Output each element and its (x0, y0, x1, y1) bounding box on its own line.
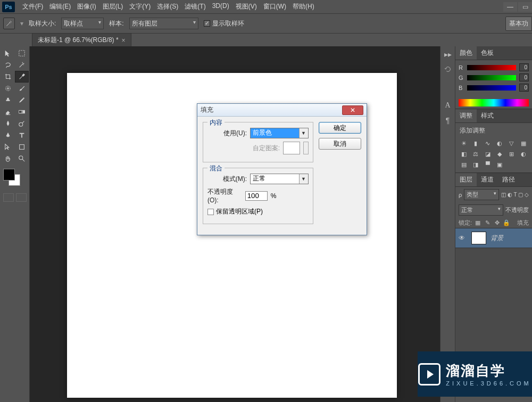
stamp-tool[interactable] (1, 94, 15, 106)
menu-item[interactable]: 文字(Y) (126, 0, 154, 13)
layer-filter-select[interactable]: 类型 (464, 189, 499, 200)
screenmode-icon[interactable] (16, 193, 27, 202)
cancel-button[interactable]: 取消 (319, 138, 361, 150)
channel-slider[interactable] (467, 65, 516, 70)
styles-tab[interactable]: 样式 (477, 109, 498, 122)
swatches-tab[interactable]: 色板 (477, 46, 498, 60)
blend-mode-select[interactable]: 正常 (459, 204, 503, 216)
opacity-input[interactable] (245, 191, 268, 201)
character-panel-icon[interactable]: A (443, 101, 453, 110)
adj-hue-icon[interactable]: ▦ (518, 138, 529, 148)
adj-exposure-icon[interactable]: ◐ (494, 138, 505, 148)
eraser-tool[interactable] (1, 106, 15, 118)
adj-gradient-icon[interactable]: ▀ (483, 160, 493, 169)
layer-thumbnail[interactable] (471, 232, 486, 244)
zoom-tool[interactable] (15, 153, 29, 165)
wand-tool[interactable] (15, 59, 29, 71)
menu-item[interactable]: 编辑(E) (46, 0, 74, 13)
menu-item[interactable]: 窗口(W) (260, 0, 289, 13)
gradient-tool[interactable] (15, 106, 29, 118)
paths-tab[interactable]: 路径 (498, 173, 519, 186)
layer-item[interactable]: 👁 背景 (455, 228, 532, 248)
adj-vibrance-icon[interactable]: ▽ (506, 138, 517, 148)
adj-mixer-icon[interactable]: ◆ (494, 149, 505, 159)
lock-brush-icon[interactable]: ✎ (484, 219, 491, 227)
options-bar: ▾ 取样大小: 取样点 样本: 所有图层 ✓ 显示取样环 基本功 (0, 13, 532, 34)
mode-select[interactable]: 正常▼ (250, 174, 309, 184)
menu-item[interactable]: 图层(L) (99, 0, 127, 13)
preserve-transparency-checkbox[interactable]: 保留透明区域(P) (207, 207, 263, 216)
document-tab[interactable]: 未标题-1 @ 66.7%(RGB/8) * × (32, 33, 131, 47)
layers-tab[interactable]: 图层 (455, 173, 477, 186)
menu-item[interactable]: 帮助(H) (289, 0, 318, 13)
channel-value[interactable]: 0 (519, 73, 529, 81)
lock-move-icon[interactable]: ✥ (493, 219, 501, 227)
channels-tab[interactable]: 通道 (477, 173, 498, 186)
adj-levels-icon[interactable]: ▮ (470, 138, 481, 148)
type-tool[interactable] (15, 129, 29, 141)
sample-size-select[interactable]: 取样点 (61, 18, 104, 29)
history-brush-tool[interactable] (15, 94, 29, 106)
hue-bar[interactable] (459, 99, 529, 106)
adj-bw-icon[interactable]: ◧ (459, 149, 469, 159)
history-panel-icon[interactable] (443, 64, 453, 74)
minimize-button[interactable]: — (503, 2, 517, 12)
eyedropper-tool[interactable] (15, 71, 29, 83)
expand-icon[interactable]: ▸▸ (443, 50, 453, 59)
adj-lookup-icon[interactable]: ⊞ (506, 149, 517, 159)
menu-item[interactable]: 图像(I) (74, 0, 99, 13)
sample-select[interactable]: 所有图层 (129, 18, 198, 29)
visibility-icon[interactable]: 👁 (459, 234, 467, 242)
show-ring-checkbox[interactable]: ✓ 显示取样环 (204, 19, 244, 28)
quickmask-icon[interactable] (3, 193, 14, 202)
crop-tool[interactable] (1, 71, 15, 83)
channel-slider[interactable] (467, 75, 516, 80)
dialog-close-button[interactable]: ✕ (342, 105, 363, 115)
opacity-label: 不透明度 (505, 206, 529, 214)
menu-item[interactable]: 3D(D) (209, 0, 232, 13)
rgb-row: B0 (459, 84, 529, 92)
close-tab-icon[interactable]: × (122, 37, 126, 44)
use-label: 使用(U): (223, 129, 247, 138)
adj-threshold-icon[interactable]: ◨ (470, 160, 481, 169)
move-tool[interactable] (1, 47, 15, 59)
path-tool[interactable] (1, 141, 15, 153)
hand-tool[interactable] (1, 153, 15, 165)
adj-curves-icon[interactable]: ∿ (483, 138, 493, 148)
adj-invert-icon[interactable]: ◐ (518, 149, 529, 159)
adj-balance-icon[interactable]: ⚖ (470, 149, 481, 159)
maximize-button[interactable]: ▭ (518, 2, 532, 12)
channel-value[interactable]: 0 (519, 63, 529, 71)
workspace-switcher[interactable]: 基本功 (505, 17, 532, 31)
shape-tool[interactable] (15, 141, 29, 153)
app-logo: Ps (2, 2, 15, 12)
blur-tool[interactable] (1, 118, 15, 129)
menu-item[interactable]: 滤镜(T) (181, 0, 209, 13)
adjustments-tab[interactable]: 调整 (455, 109, 477, 122)
color-swatches[interactable] (1, 169, 28, 188)
adj-brightness-icon[interactable]: ☀ (459, 138, 469, 148)
color-tab[interactable]: 颜色 (455, 46, 477, 60)
menu-item[interactable]: 视图(V) (232, 0, 260, 13)
heal-tool[interactable] (1, 83, 15, 94)
lock-all-icon[interactable]: 🔒 (503, 219, 510, 227)
menu-item[interactable]: 文件(F) (19, 0, 46, 13)
menu-item[interactable]: 选择(S) (154, 0, 181, 13)
lasso-tool[interactable] (1, 59, 15, 71)
paragraph-panel-icon[interactable]: ¶ (443, 116, 453, 125)
lock-pixels-icon[interactable]: ▦ (474, 219, 481, 227)
ok-button[interactable]: 确定 (319, 122, 361, 134)
adj-photo-icon[interactable]: ◪ (483, 149, 493, 159)
channel-slider[interactable] (467, 85, 516, 91)
marquee-tool[interactable] (15, 47, 29, 59)
dodge-tool[interactable] (15, 118, 29, 129)
channel-value[interactable]: 0 (519, 84, 529, 92)
pen-tool[interactable] (1, 129, 15, 141)
tool-preset-icon[interactable] (3, 18, 15, 29)
layer-name[interactable]: 背景 (491, 234, 503, 243)
adj-poster-icon[interactable]: ▤ (459, 160, 469, 169)
brush-tool[interactable] (15, 83, 29, 94)
adj-selective-icon[interactable]: ▣ (494, 160, 505, 169)
foreground-swatch[interactable] (3, 169, 15, 181)
use-select[interactable]: 前景色▼ (250, 128, 309, 138)
